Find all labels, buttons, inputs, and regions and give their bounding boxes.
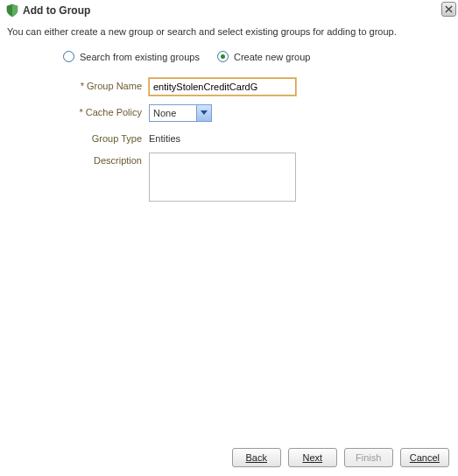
cancel-button[interactable]: Cancel [400, 448, 449, 467]
app-shield-icon [5, 4, 19, 18]
close-icon [445, 4, 453, 15]
radio-create-new[interactable] [217, 51, 229, 62]
radio-search-existing[interactable] [63, 51, 74, 62]
form: * Group Name * Cache Policy None Group T… [0, 78, 458, 202]
group-name-label: * Group Name [9, 78, 149, 91]
back-button[interactable]: Back [232, 448, 281, 467]
cache-policy-label: * Cache Policy [9, 104, 149, 117]
cache-policy-select[interactable]: None [149, 104, 212, 122]
group-type-label: Group Type [9, 131, 149, 144]
close-button[interactable] [441, 2, 456, 17]
dialog-title: Add to Group [23, 4, 90, 17]
radio-search-label: Search from existing groups [80, 52, 200, 62]
group-name-input[interactable] [149, 78, 296, 96]
radio-create-label: Create new group [234, 52, 310, 62]
cache-policy-value: None [150, 108, 196, 118]
title-bar: Add to Group [0, 0, 458, 21]
description-label: Description [9, 153, 149, 166]
chevron-down-icon [196, 105, 211, 121]
description-textarea[interactable] [149, 153, 296, 202]
button-bar: Back Next Finish Cancel [232, 448, 449, 467]
intro-text: You can either create a new group or sea… [0, 21, 458, 46]
next-button[interactable]: Next [288, 448, 337, 467]
group-type-value: Entities [149, 131, 180, 144]
finish-button: Finish [344, 448, 393, 467]
mode-options: Search from existing groups Create new g… [0, 46, 458, 78]
